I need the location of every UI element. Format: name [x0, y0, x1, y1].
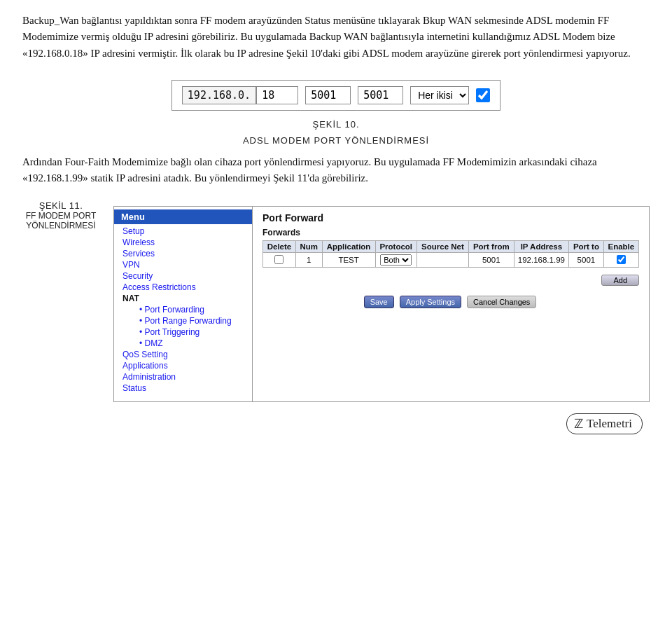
ip-display-row: 192.168.0. Her ikisi — [172, 80, 500, 111]
sidebar-item-administration[interactable]: Administration — [114, 371, 252, 383]
ip-octet-input[interactable] — [256, 86, 298, 104]
cell-delete[interactable] — [263, 253, 296, 268]
sidebar-item-dmz[interactable]: • DMZ — [120, 338, 252, 349]
col-port-to: Port to — [569, 241, 604, 253]
delete-checkbox[interactable] — [274, 255, 284, 264]
figure11-label: ŞEKİL 11. — [22, 200, 99, 211]
protocol-select[interactable]: Her ikisi — [410, 86, 469, 104]
col-ip-address: IP Address — [514, 241, 569, 253]
paragraph2: Ardından Four-Faith Modemimize bağlı ola… — [22, 154, 650, 187]
port-forward-title: Port Forward — [262, 212, 639, 223]
col-delete: Delete — [263, 241, 296, 253]
cell-application: TEST — [322, 253, 375, 268]
action-buttons: Save Apply Settings Cancel Changes — [262, 296, 639, 308]
watermark-text: ℤ Telemetri — [566, 413, 643, 434]
col-source-net: Source Net — [416, 241, 468, 253]
watermark: ℤ Telemetri — [22, 413, 650, 434]
cell-source-net — [416, 253, 468, 268]
col-num: Num — [295, 241, 322, 253]
ip-fixed-label: 192.168.0. — [182, 86, 256, 104]
watermark-label: Telemetri — [587, 417, 632, 431]
col-application: Application — [322, 241, 375, 253]
col-protocol: Protocol — [375, 241, 416, 253]
save-button[interactable]: Save — [364, 296, 394, 308]
sidebar-item-port-triggering[interactable]: • Port Triggering — [120, 326, 252, 338]
paragraph1: Backup_Wan bağlantısı yapıldıktan sonra … — [22, 13, 650, 62]
cell-ip-address: 192.168.1.99 — [514, 253, 569, 268]
sidebar-item-vpn[interactable]: VPN — [114, 259, 252, 270]
sidebar-item-security[interactable]: Security — [114, 270, 252, 282]
sidebar-item-qos-setting[interactable]: QoS Setting — [114, 349, 252, 360]
sidebar-item-access-restrictions[interactable]: Access Restrictions — [114, 282, 252, 293]
sidebar-item-services[interactable]: Services — [114, 248, 252, 259]
sidebar-item-wireless[interactable]: Wireless — [114, 237, 252, 248]
cell-port-to: 5001 — [569, 253, 604, 268]
table-row: 1 TEST Both 5001 192.168.1.99 5001 — [263, 253, 639, 268]
port-forward-table: Delete Num Application Protocol Source N… — [262, 240, 639, 268]
port-from-input[interactable] — [305, 86, 351, 104]
protocol-cell-select[interactable]: Both — [380, 254, 412, 266]
sidebar-item-setup[interactable]: Setup — [114, 226, 252, 237]
figure11-line3: YÖNLENDİRMESİ — [22, 221, 99, 230]
port-to-input[interactable] — [358, 86, 403, 104]
figure11-line2: FF MODEM PORT — [22, 211, 99, 221]
add-button[interactable]: Add — [601, 275, 639, 286]
col-enable: Enable — [603, 241, 638, 253]
sidebar-item-port-range-forwarding[interactable]: • Port Range Forwarding — [120, 315, 252, 326]
apply-settings-button[interactable]: Apply Settings — [400, 296, 461, 308]
sidebar-item-applications[interactable]: Applications — [114, 360, 252, 371]
cell-port-from: 5001 — [468, 253, 514, 268]
router-sidebar: Menu Setup Wireless Services VPN Securit… — [114, 207, 253, 401]
router-main-content: Port Forward Forwards Delete Num Applica… — [253, 207, 649, 401]
figure11-block: ŞEKİL 11. FF MODEM PORT YÖNLENDİRMESİ Me… — [22, 198, 650, 402]
router-ui: Menu Setup Wireless Services VPN Securit… — [113, 206, 650, 402]
sidebar-item-nat: NAT — [114, 293, 252, 304]
figure11-caption: ŞEKİL 11. FF MODEM PORT YÖNLENDİRMESİ — [22, 198, 99, 230]
watermark-icon: ℤ — [574, 416, 583, 432]
figure10-subtitle: ADSL MODEM PORT YÖNLENDİRMESİ — [243, 135, 429, 146]
row-enable-checkbox[interactable] — [617, 255, 626, 264]
cell-num: 1 — [295, 253, 322, 268]
sidebar-item-status[interactable]: Status — [114, 383, 252, 394]
forwards-label: Forwards — [262, 228, 639, 237]
enable-checkbox[interactable] — [476, 88, 490, 102]
figure10-block: 192.168.0. Her ikisi ŞEKİL 10. ADSL MODE… — [22, 69, 650, 147]
sidebar-menu-header: Menu — [114, 209, 252, 224]
figure10-label: ŞEKİL 10. — [312, 119, 359, 130]
col-port-from: Port from — [468, 241, 514, 253]
cell-protocol[interactable]: Both — [375, 253, 416, 268]
cancel-changes-button[interactable]: Cancel Changes — [467, 296, 536, 308]
sidebar-item-port-forwarding[interactable]: • Port Forwarding — [120, 304, 252, 315]
cell-enable[interactable] — [603, 253, 638, 268]
